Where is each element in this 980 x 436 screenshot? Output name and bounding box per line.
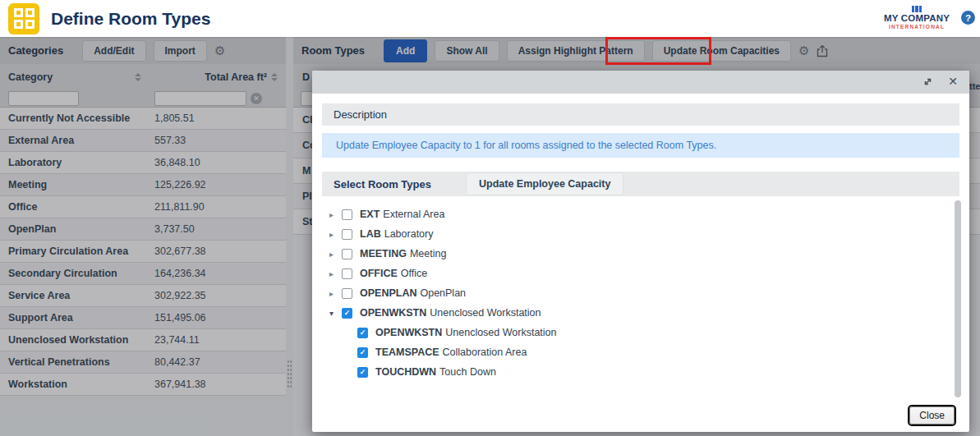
room-type-code: TEAMSPACE	[375, 347, 439, 358]
room-type-code: TOUCHDWN	[375, 366, 436, 378]
expand-arrow-icon[interactable]: ▸	[329, 230, 342, 239]
room-type-name: Office	[401, 268, 427, 279]
tree-item[interactable]: ▾✓OPENWKSTNUnenclosed Workstation	[329, 303, 959, 323]
room-type-label: OPENWKSTNUnenclosed Workstation	[375, 327, 557, 338]
room-type-label: OPENWKSTNUnenclosed Workstation	[360, 307, 541, 319]
company-logo: MY COMPANY INTERNATIONAL	[881, 6, 953, 30]
room-type-checkbox[interactable]	[342, 288, 352, 299]
tree-item[interactable]: ▸MEETINGMeeting	[329, 244, 959, 264]
room-type-name: External Area	[383, 209, 444, 220]
close-dialog-icon[interactable]: ✕	[948, 75, 958, 88]
tree-item[interactable]: ✓OPENWKSTNUnenclosed Workstation	[329, 323, 959, 342]
room-type-name: OpenPlan	[420, 287, 466, 299]
tree-item[interactable]: ✓TEAMSPACECollaboration Area	[329, 342, 959, 362]
room-type-label: TEAMSPACECollaboration Area	[375, 347, 527, 358]
building-icon	[912, 6, 922, 12]
expand-arrow-icon[interactable]: ▸	[329, 210, 342, 219]
dialog-titlebar[interactable]: ✕	[312, 71, 969, 94]
room-types-tree: ▸EXTExternal Area▸LABLaboratory▸MEETINGM…	[322, 204, 959, 382]
room-type-checkbox[interactable]	[342, 249, 352, 259]
room-type-name: Meeting	[410, 248, 446, 259]
room-type-label: TOUCHDWNTouch Down	[375, 366, 496, 378]
close-button[interactable]: Close	[909, 406, 955, 425]
screen: Define Room Types MY COMPANY INTERNATION…	[0, 0, 980, 436]
tree-item[interactable]: ▸LABLaboratory	[329, 224, 959, 244]
room-type-code: OFFICE	[360, 268, 398, 279]
info-message: Update Employee Capacity to 1 for all ro…	[322, 133, 959, 158]
room-type-label: MEETINGMeeting	[360, 248, 446, 259]
room-type-code: OPENWKSTN	[360, 307, 426, 319]
help-icon[interactable]: ?	[961, 11, 975, 25]
expand-arrow-icon[interactable]: ▸	[329, 289, 342, 298]
update-room-capacities-dialog: ✕ Description Update Employee Capacity t…	[312, 71, 969, 432]
room-type-code: EXT	[360, 209, 380, 220]
update-employee-capacity-button[interactable]: Update Employee Capacity	[466, 172, 623, 195]
room-type-name: Unenclosed Workstation	[430, 307, 541, 319]
room-type-label: OPENPLANOpenPlan	[360, 287, 466, 299]
annotation-highlight-box	[605, 37, 711, 65]
tree-item[interactable]: ✓TOUCHDWNTouch Down	[329, 362, 959, 382]
app-grid-logo-icon[interactable]	[8, 3, 39, 34]
brand-tagline: INTERNATIONAL	[881, 24, 953, 30]
room-type-label: OFFICEOffice	[360, 268, 427, 279]
room-type-label: EXTExternal Area	[360, 209, 444, 220]
select-room-types-label: Select Room Types	[334, 178, 431, 190]
room-type-code: OPENWKSTN	[375, 327, 442, 338]
room-type-name: Touch Down	[439, 366, 496, 378]
tree-item[interactable]: ▸EXTExternal Area	[329, 204, 959, 224]
dialog-body: Description Update Employee Capacity to …	[312, 94, 969, 432]
room-type-checkbox[interactable]	[342, 268, 352, 279]
room-type-checkbox[interactable]: ✓	[357, 328, 368, 338]
expand-arrow-icon[interactable]: ▸	[329, 269, 342, 278]
tree-item[interactable]: ▸OFFICEOffice	[329, 264, 959, 283]
expand-arrow-icon[interactable]: ▸	[329, 250, 342, 259]
room-type-code: MEETING	[360, 248, 407, 259]
room-type-label: LABLaboratory	[360, 228, 433, 240]
brand-name: MY COMPANY	[881, 13, 953, 24]
room-type-code: OPENPLAN	[360, 287, 416, 299]
room-type-checkbox[interactable]: ✓	[357, 367, 368, 378]
room-type-name: Laboratory	[384, 228, 434, 240]
room-type-checkbox[interactable]: ✓	[357, 347, 368, 358]
description-section-header: Description	[322, 103, 959, 126]
room-type-checkbox[interactable]	[342, 209, 352, 220]
app-header: Define Room Types MY COMPANY INTERNATION…	[0, 0, 980, 37]
room-type-name: Collaboration Area	[443, 347, 527, 358]
expand-dialog-icon[interactable]	[922, 76, 933, 87]
room-type-checkbox[interactable]: ✓	[342, 308, 352, 319]
page-title: Define Room Types	[51, 9, 210, 29]
room-type-name: Unenclosed Workstation	[445, 327, 556, 338]
collapse-arrow-icon[interactable]: ▾	[329, 309, 342, 318]
room-type-checkbox[interactable]	[342, 229, 352, 240]
select-room-types-section-header: Select Room Types Update Employee Capaci…	[322, 172, 959, 196]
room-type-code: LAB	[360, 228, 381, 240]
tree-item[interactable]: ▸OPENPLANOpenPlan	[329, 283, 959, 303]
dialog-scrollbar[interactable]	[955, 200, 961, 397]
